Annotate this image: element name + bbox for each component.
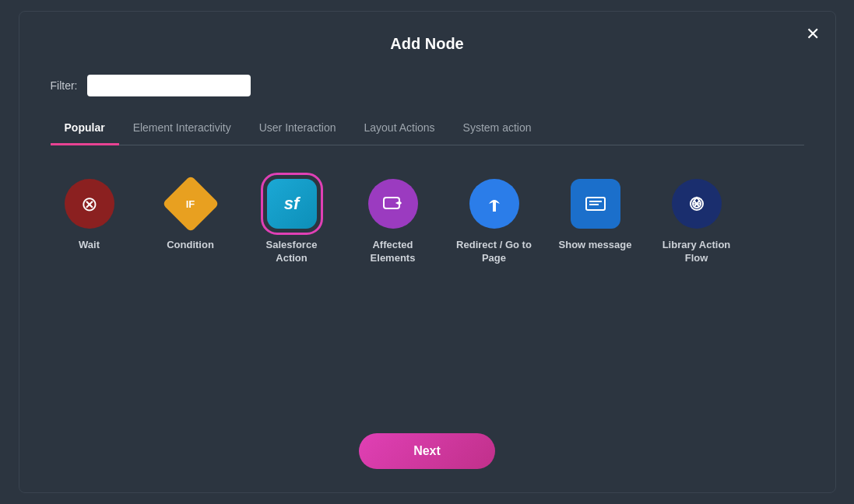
filter-label: Filter:	[51, 79, 78, 92]
node-redirect-label: Redirect / Go to Page	[455, 239, 533, 265]
filter-input[interactable]	[87, 75, 251, 96]
tabs-bar: Popular Element Interactivity User Inter…	[51, 115, 804, 145]
add-node-modal: ✕ Add Node Filter: Popular Element Inter…	[19, 11, 836, 493]
node-affected-elements[interactable]: Affected Elements	[354, 177, 432, 265]
salesforce-icon: sf	[267, 179, 317, 229]
next-button[interactable]: Next	[359, 433, 495, 469]
node-affected-label: Affected Elements	[354, 239, 432, 265]
node-library-action-flow[interactable]: Library Action Flow	[658, 177, 736, 265]
node-wait[interactable]: ⊗ Wait	[51, 177, 128, 252]
tab-layout-actions[interactable]: Layout Actions	[350, 115, 449, 145]
close-button[interactable]: ✕	[806, 26, 820, 43]
condition-icon: IF	[166, 179, 216, 229]
node-redirect[interactable]: Redirect / Go to Page	[455, 177, 533, 265]
node-wait-icon-wrapper: ⊗	[62, 177, 117, 231]
next-button-row: Next	[19, 433, 835, 469]
node-show-message[interactable]: Show message	[557, 177, 634, 252]
node-salesforce-action[interactable]: sf Salesforce Action	[253, 177, 331, 265]
node-show-message-label: Show message	[559, 239, 632, 252]
node-salesforce-label: Salesforce Action	[253, 239, 331, 265]
node-condition-icon-wrapper: IF	[163, 177, 218, 231]
node-salesforce-icon-wrapper: sf	[265, 177, 319, 231]
node-library-label: Library Action Flow	[658, 239, 736, 265]
redirect-icon	[469, 179, 519, 229]
tab-popular[interactable]: Popular	[51, 115, 119, 145]
node-show-icon-wrapper	[568, 177, 623, 231]
filter-row: Filter:	[51, 75, 804, 96]
node-wait-label: Wait	[79, 239, 100, 252]
tab-user-interaction[interactable]: User Interaction	[245, 115, 350, 145]
node-library-icon-wrapper	[669, 177, 724, 231]
tab-system-action[interactable]: System action	[449, 115, 546, 145]
tab-element-interactivity[interactable]: Element Interactivity	[119, 115, 245, 145]
node-condition-label: Condition	[167, 239, 214, 252]
show-message-icon	[571, 179, 620, 229]
wait-icon: ⊗	[65, 179, 114, 229]
node-condition[interactable]: IF Condition	[152, 177, 230, 252]
modal-title: Add Node	[51, 35, 804, 53]
affected-elements-icon	[368, 179, 418, 229]
nodes-grid: ⊗ Wait IF Condition sf Salesforce Action	[51, 169, 804, 273]
node-affected-icon-wrapper	[366, 177, 420, 231]
node-redirect-icon-wrapper	[467, 177, 522, 231]
library-action-flow-icon	[672, 179, 722, 229]
